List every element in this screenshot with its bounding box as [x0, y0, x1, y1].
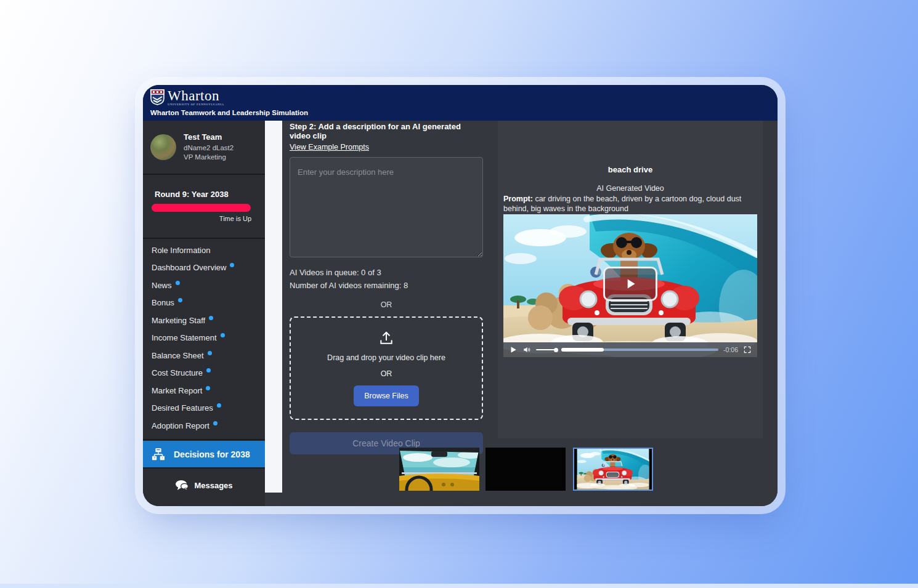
sidebar-item-label: Balance Sheet [152, 351, 204, 360]
logo-wordmark: Wharton [168, 89, 224, 103]
volume-thumb[interactable] [554, 348, 558, 352]
video-dropzone[interactable]: Drag and drop your video clip here OR Br… [290, 316, 483, 420]
sidebar-item-messages[interactable]: Messages [143, 473, 265, 497]
clip-prompt: Prompt: car driving on the beach, driven… [503, 195, 757, 214]
sidebar: Test Team dName2 dLast2 VP Marketing Rou… [143, 121, 265, 506]
sidebar-item-label: Market Report [152, 386, 202, 395]
sidebar-item-desired-features[interactable]: Desired Features [143, 400, 265, 417]
video-controls: -0:06 [503, 342, 757, 357]
sidebar-item-news[interactable]: News [143, 276, 265, 294]
fullscreen-icon[interactable] [743, 345, 752, 354]
decisions-label: Decisions for 2038 [174, 449, 250, 459]
sidebar-item-balance-sheet[interactable]: Balance Sheet [143, 347, 265, 364]
remaining-status: Number of AI videos remaining: 8 [290, 281, 483, 290]
volume-slider[interactable] [536, 349, 556, 350]
sidebar-item-label: News [152, 281, 172, 290]
divider [143, 238, 265, 239]
sidebar-item-label: Cost Structure [152, 368, 203, 377]
sidebar-item-adoption-report[interactable]: Adoption Report [143, 417, 265, 435]
step-title: Step 2: Add a description for an AI gene… [290, 122, 483, 140]
play-icon [622, 276, 638, 292]
dropzone-instruction: Drag and drop your video clip here [327, 353, 445, 362]
description-input[interactable] [290, 157, 483, 257]
seek-bar-played [561, 348, 604, 352]
sidebar-item-cost-structure[interactable]: Cost Structure [143, 364, 265, 382]
round-info: Round 9: Year 2038 Time is Up [143, 175, 265, 238]
browse-files-button[interactable]: Browse Files [354, 385, 419, 406]
view-example-prompts-link[interactable]: View Example Prompts [290, 143, 369, 151]
team-member: dName2 dLast2 [184, 143, 234, 153]
notification-dot-icon [221, 333, 225, 337]
messages-label: Messages [194, 481, 232, 490]
sidebar-item-label: Adoption Report [152, 421, 209, 430]
sidebar-item-label: Dashboard Overview [152, 263, 226, 272]
prompt-label: Prompt: [503, 195, 533, 203]
app-title: Wharton Teamwork and Leadership Simulati… [150, 109, 308, 116]
bottom-strip [0, 584, 918, 588]
video-creation-column: Step 2: Add a description for an AI gene… [290, 121, 483, 454]
clip-thumbnail-dashboard[interactable] [399, 448, 479, 491]
time-remaining: -0:06 [723, 346, 738, 353]
sidebar-item-bonus[interactable]: Bonus [143, 294, 265, 312]
notification-dot-icon [230, 263, 234, 267]
divider [143, 439, 265, 440]
notification-dot-icon [213, 421, 217, 425]
sidebar-menu: Role InformationDashboard OverviewNewsBo… [143, 241, 265, 435]
wharton-logo: Wharton University of Pennsylvania [150, 89, 224, 106]
sidebar-item-label: Marketing Staff [152, 316, 205, 325]
clip-thumbnail-black[interactable] [485, 448, 566, 491]
video-player[interactable]: -0:06 [503, 214, 757, 357]
team-role: VP Marketing [184, 153, 234, 162]
wharton-shield-icon [150, 89, 165, 105]
prompt-text: car driving on the beach, driven by a ca… [503, 195, 741, 213]
timer-status: Time is Up [219, 215, 251, 222]
divider [143, 467, 265, 469]
notification-dot-icon [206, 368, 211, 373]
sidebar-item-label: Role Information [152, 246, 210, 255]
sidebar-item-income-statement[interactable]: Income Statement [143, 329, 265, 347]
round-timer-bar [152, 204, 251, 212]
sidebar-item-role-information[interactable]: Role Information [143, 241, 265, 259]
sidebar-item-market-report[interactable]: Market Report [143, 382, 265, 400]
sidebar-item-dashboard-overview[interactable]: Dashboard Overview [143, 259, 265, 277]
or-divider: OR [290, 300, 483, 309]
team-name: Test Team [184, 132, 234, 142]
sidebar-item-marketing-staff[interactable]: Marketing Staff [143, 312, 265, 329]
beach-thumbnail-image [574, 449, 652, 489]
volume-icon[interactable] [522, 345, 531, 354]
app-window: Wharton University of Pennsylvania Whart… [143, 85, 778, 506]
dropzone-or: OR [381, 369, 392, 378]
logo-wordmark-sub: University of Pennsylvania [168, 103, 224, 106]
notification-dot-icon [178, 298, 182, 302]
sidebar-item-label: Income Statement [152, 333, 217, 342]
seek-bar[interactable] [561, 348, 718, 351]
main-content: Step 2: Add a description for an AI gene… [282, 121, 778, 506]
messages-icon [175, 480, 189, 491]
notification-dot-icon [217, 403, 221, 408]
notification-dot-icon [206, 386, 210, 390]
notification-dot-icon [208, 351, 212, 355]
sidebar-item-label: Bonus [152, 298, 174, 307]
queue-status: AI Videos in queue: 0 of 3 [290, 268, 483, 277]
clip-title: beach drive [498, 165, 763, 174]
upload-icon [378, 330, 394, 346]
team-info: Test Team dName2 dLast2 VP Marketing [143, 121, 265, 174]
video-preview-panel: beach drive AI Generated Video Prompt: c… [498, 121, 763, 438]
play-button[interactable] [509, 345, 518, 354]
team-avatar [150, 134, 176, 160]
app-header: Wharton University of Pennsylvania Whart… [143, 85, 778, 121]
sidebar-item-label: Desired Features [152, 403, 213, 413]
dashboard-thumbnail-image [399, 448, 479, 491]
svg-text:?: ? [153, 456, 155, 460]
round-label: Round 9: Year 2038 [155, 190, 229, 199]
notification-dot-icon [209, 316, 213, 320]
clip-subtitle: AI Generated Video [498, 184, 763, 193]
play-overlay-button[interactable] [603, 267, 657, 301]
notification-dot-icon [176, 281, 180, 285]
sidebar-item-decisions[interactable]: ? ! Decisions for 2038 [143, 441, 265, 467]
decisions-icon: ? ! [152, 448, 165, 461]
scrollbar-track[interactable] [265, 121, 282, 493]
clip-thumbnail-beach-drive-selected[interactable] [573, 448, 653, 491]
round-timer-fill [152, 204, 251, 212]
